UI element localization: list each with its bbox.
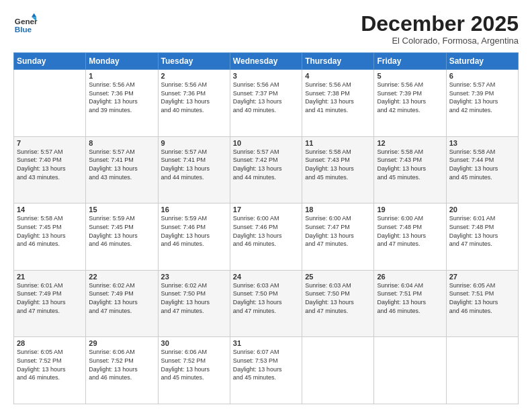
day-info: Sunrise: 5:59 AMSunset: 7:46 PMDaylight:… [161, 214, 227, 248]
day-info: Sunrise: 5:56 AMSunset: 7:38 PMDaylight:… [305, 81, 371, 114]
day-info: Sunrise: 6:02 AMSunset: 7:50 PMDaylight:… [161, 281, 227, 315]
title-block: December 2025 El Colorado, Formosa, Arge… [361, 12, 519, 46]
table-row: 3Sunrise: 5:56 AMSunset: 7:37 PMDaylight… [230, 70, 302, 137]
logo: General Blue [13, 12, 38, 36]
table-row: 5Sunrise: 5:56 AMSunset: 7:39 PMDaylight… [374, 70, 446, 137]
calendar-page: General Blue December 2025 El Colorado, … [0, 0, 532, 411]
day-info: Sunrise: 6:02 AMSunset: 7:49 PMDaylight:… [89, 281, 154, 315]
day-number: 11 [305, 139, 371, 147]
day-info: Sunrise: 5:56 AMSunset: 7:37 PMDaylight:… [233, 81, 299, 114]
day-info: Sunrise: 6:04 AMSunset: 7:51 PMDaylight:… [377, 281, 443, 315]
day-number: 16 [161, 205, 227, 214]
day-number: 5 [377, 72, 443, 80]
day-info: Sunrise: 5:57 AMSunset: 7:39 PMDaylight:… [449, 81, 515, 114]
table-row: 15Sunrise: 5:59 AMSunset: 7:45 PMDayligh… [86, 203, 158, 271]
header-sunday: Sunday [14, 53, 86, 70]
table-row: 16Sunrise: 5:59 AMSunset: 7:46 PMDayligh… [158, 203, 230, 271]
day-info: Sunrise: 5:58 AMSunset: 7:43 PMDaylight:… [377, 148, 443, 181]
day-info: Sunrise: 6:00 AMSunset: 7:47 PMDaylight:… [305, 214, 371, 248]
weekday-header-row: Sunday Monday Tuesday Wednesday Thursday… [14, 53, 519, 70]
day-info: Sunrise: 6:06 AMSunset: 7:52 PMDaylight:… [89, 348, 154, 381]
table-row: 19Sunrise: 6:00 AMSunset: 7:48 PMDayligh… [374, 203, 446, 271]
day-info: Sunrise: 5:58 AMSunset: 7:45 PMDaylight:… [17, 214, 83, 248]
table-row: 10Sunrise: 5:57 AMSunset: 7:42 PMDayligh… [230, 136, 302, 203]
day-number: 19 [377, 205, 443, 214]
day-number: 17 [233, 205, 299, 214]
day-info: Sunrise: 5:56 AMSunset: 7:36 PMDaylight:… [161, 81, 227, 114]
day-info: Sunrise: 6:05 AMSunset: 7:52 PMDaylight:… [17, 348, 83, 381]
table-row: 20Sunrise: 6:01 AMSunset: 7:48 PMDayligh… [446, 203, 518, 271]
day-info: Sunrise: 5:57 AMSunset: 7:42 PMDaylight:… [233, 148, 299, 181]
day-info: Sunrise: 5:56 AMSunset: 7:39 PMDaylight:… [377, 81, 443, 114]
table-row: 9Sunrise: 5:57 AMSunset: 7:41 PMDaylight… [158, 136, 230, 203]
calendar-week-row: 14Sunrise: 5:58 AMSunset: 7:45 PMDayligh… [14, 203, 519, 271]
day-info: Sunrise: 6:01 AMSunset: 7:48 PMDaylight:… [449, 214, 515, 248]
table-row: 12Sunrise: 5:58 AMSunset: 7:43 PMDayligh… [374, 136, 446, 203]
header-saturday: Saturday [446, 53, 518, 70]
table-row: 4Sunrise: 5:56 AMSunset: 7:38 PMDaylight… [302, 70, 374, 137]
table-row: 22Sunrise: 6:02 AMSunset: 7:49 PMDayligh… [86, 270, 158, 337]
day-number: 14 [17, 205, 83, 214]
calendar-week-row: 7Sunrise: 5:57 AMSunset: 7:40 PMDaylight… [14, 136, 519, 203]
day-info: Sunrise: 6:03 AMSunset: 7:50 PMDaylight:… [233, 281, 299, 315]
header: General Blue December 2025 El Colorado, … [13, 12, 519, 46]
header-monday: Monday [86, 53, 158, 70]
table-row [374, 337, 446, 404]
logo-icon: General Blue [13, 12, 38, 36]
table-row [302, 337, 374, 404]
day-number: 6 [449, 72, 515, 80]
header-friday: Friday [374, 53, 446, 70]
table-row: 26Sunrise: 6:04 AMSunset: 7:51 PMDayligh… [374, 270, 446, 337]
calendar-subtitle: El Colorado, Formosa, Argentina [361, 36, 519, 46]
day-info: Sunrise: 6:06 AMSunset: 7:52 PMDaylight:… [161, 348, 227, 381]
table-row: 30Sunrise: 6:06 AMSunset: 7:52 PMDayligh… [158, 337, 230, 404]
calendar-table: Sunday Monday Tuesday Wednesday Thursday… [13, 52, 519, 404]
table-row: 24Sunrise: 6:03 AMSunset: 7:50 PMDayligh… [230, 270, 302, 337]
day-info: Sunrise: 5:56 AMSunset: 7:36 PMDaylight:… [89, 81, 154, 114]
svg-marker-2 [32, 13, 36, 17]
day-number: 27 [449, 273, 515, 281]
day-info: Sunrise: 5:58 AMSunset: 7:44 PMDaylight:… [449, 148, 515, 181]
day-number: 3 [233, 72, 299, 80]
header-tuesday: Tuesday [158, 53, 230, 70]
day-number: 31 [233, 339, 299, 347]
day-number: 30 [161, 339, 227, 347]
day-number: 24 [233, 273, 299, 281]
day-number: 21 [17, 273, 83, 281]
table-row [446, 337, 518, 404]
header-thursday: Thursday [302, 53, 374, 70]
day-info: Sunrise: 5:57 AMSunset: 7:40 PMDaylight:… [17, 148, 83, 181]
table-row: 31Sunrise: 6:07 AMSunset: 7:53 PMDayligh… [230, 337, 302, 404]
table-row: 21Sunrise: 6:01 AMSunset: 7:49 PMDayligh… [14, 270, 86, 337]
table-row: 13Sunrise: 5:58 AMSunset: 7:44 PMDayligh… [446, 136, 518, 203]
day-number: 26 [377, 273, 443, 281]
header-wednesday: Wednesday [230, 53, 302, 70]
day-info: Sunrise: 5:58 AMSunset: 7:43 PMDaylight:… [305, 148, 371, 181]
day-number: 2 [161, 72, 227, 80]
day-number: 13 [449, 139, 515, 147]
day-info: Sunrise: 6:00 AMSunset: 7:46 PMDaylight:… [233, 214, 299, 248]
day-number: 18 [305, 205, 371, 214]
day-number: 15 [89, 205, 154, 214]
day-number: 9 [161, 139, 227, 147]
table-row: 23Sunrise: 6:02 AMSunset: 7:50 PMDayligh… [158, 270, 230, 337]
table-row: 17Sunrise: 6:00 AMSunset: 7:46 PMDayligh… [230, 203, 302, 271]
table-row: 14Sunrise: 5:58 AMSunset: 7:45 PMDayligh… [14, 203, 86, 271]
calendar-week-row: 21Sunrise: 6:01 AMSunset: 7:49 PMDayligh… [14, 270, 519, 337]
day-info: Sunrise: 5:59 AMSunset: 7:45 PMDaylight:… [89, 214, 154, 248]
day-number: 10 [233, 139, 299, 147]
day-number: 29 [89, 339, 154, 347]
table-row [14, 70, 86, 137]
calendar-title: December 2025 [361, 12, 519, 36]
table-row: 8Sunrise: 5:57 AMSunset: 7:41 PMDaylight… [86, 136, 158, 203]
day-info: Sunrise: 6:03 AMSunset: 7:50 PMDaylight:… [305, 281, 371, 315]
day-number: 12 [377, 139, 443, 147]
day-number: 4 [305, 72, 371, 80]
table-row: 25Sunrise: 6:03 AMSunset: 7:50 PMDayligh… [302, 270, 374, 337]
calendar-week-row: 28Sunrise: 6:05 AMSunset: 7:52 PMDayligh… [14, 337, 519, 404]
table-row: 18Sunrise: 6:00 AMSunset: 7:47 PMDayligh… [302, 203, 374, 271]
table-row: 7Sunrise: 5:57 AMSunset: 7:40 PMDaylight… [14, 136, 86, 203]
day-number: 1 [89, 72, 154, 80]
day-info: Sunrise: 5:57 AMSunset: 7:41 PMDaylight:… [89, 148, 154, 181]
table-row: 29Sunrise: 6:06 AMSunset: 7:52 PMDayligh… [86, 337, 158, 404]
